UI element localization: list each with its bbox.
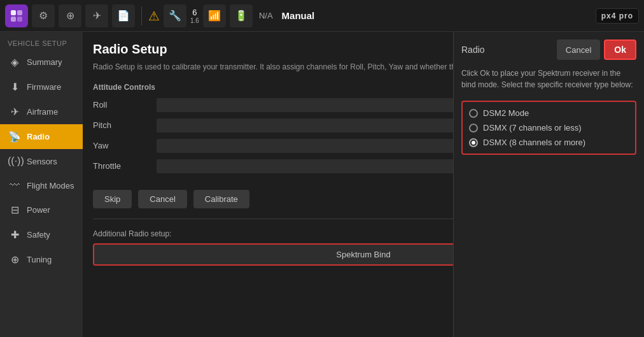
location-icon[interactable]: ⊕: [59, 4, 81, 27]
brand-logo: px4 pro: [596, 8, 639, 24]
calibrate-button[interactable]: Calibrate: [193, 190, 249, 208]
radio-panel-header: Radio Cancel Ok: [461, 39, 636, 60]
radio-ok-button[interactable]: Ok: [604, 39, 636, 60]
sidebar-item-airframe[interactable]: ✈ Airframe: [0, 99, 83, 124]
radio-circle-dsm2: [469, 109, 478, 118]
sidebar-label-firmware: Firmware: [27, 82, 61, 92]
counter-display: 6 1.6: [190, 8, 199, 24]
battery-status: N/A: [259, 11, 273, 20]
channel-label-pitch: Pitch: [93, 120, 157, 130]
radio-icon: 📡: [8, 131, 22, 143]
channel-label-yaw: Yaw: [93, 141, 157, 150]
radio-panel-buttons: Cancel Ok: [557, 39, 636, 60]
skip-button[interactable]: Skip: [93, 190, 132, 208]
tuning-icon: ⊕: [8, 254, 22, 266]
radio-option-dsmx7-label: DSMX (7 channels or less): [483, 123, 582, 133]
power-icon: ⊟: [8, 204, 22, 216]
sidebar-item-firmware[interactable]: ⬇ Firmware: [0, 75, 83, 99]
sidebar-label-power: Power: [27, 205, 50, 215]
sidebar: Vehicle Setup ◈ Summary ⬇ Firmware ✈ Air…: [0, 32, 83, 337]
svg-rect-3: [17, 17, 22, 22]
battery-icon[interactable]: 🔋: [230, 4, 253, 27]
svg-rect-2: [11, 17, 16, 22]
doc-icon[interactable]: 📄: [112, 4, 135, 27]
sidebar-label-tuning: Tuning: [27, 255, 52, 264]
content-area: Radio Setup Radio Setup is used to calib…: [83, 32, 644, 337]
sidebar-item-sensors[interactable]: ((·)) Sensors: [0, 149, 83, 173]
signal-icon[interactable]: 📶: [203, 4, 226, 27]
cancel-button[interactable]: Cancel: [138, 190, 186, 208]
radio-cancel-button[interactable]: Cancel: [557, 39, 600, 60]
radio-circle-dsmx8: [469, 138, 478, 147]
sidebar-item-radio[interactable]: 📡 Radio: [0, 124, 83, 149]
warning-icon[interactable]: ⚠: [148, 8, 160, 24]
svg-rect-0: [11, 10, 16, 15]
topbar: ⚙ ⊕ ✈ 📄 ⚠ 🔧 6 1.6 📶 🔋 N/A Manual px4 pro: [0, 0, 644, 32]
main-layout: Vehicle Setup ◈ Summary ⬇ Firmware ✈ Air…: [0, 32, 644, 337]
flight-modes-icon: 〰: [8, 180, 22, 191]
radio-option-dsm2[interactable]: DSM2 Mode: [469, 108, 629, 118]
app-icon[interactable]: [5, 4, 28, 27]
summary-icon: ◈: [8, 56, 22, 68]
channel-label-throttle: Throttle: [93, 161, 157, 171]
settings-icon[interactable]: ⚙: [32, 4, 55, 27]
sidebar-item-safety[interactable]: ✚ Safety: [0, 222, 83, 247]
sidebar-label-summary: Summary: [27, 57, 62, 67]
sidebar-label-sensors: Sensors: [27, 157, 57, 166]
sidebar-item-flight-modes[interactable]: 〰 Flight Modes: [0, 173, 83, 197]
sidebar-label-airframe: Airframe: [27, 107, 58, 117]
radio-circle-dsmx7: [469, 124, 478, 133]
radio-panel: Radio Cancel Ok Click Ok to place your S…: [453, 32, 644, 337]
radio-option-dsm2-label: DSM2 Mode: [483, 108, 529, 118]
channel-label-roll: Roll: [93, 100, 157, 110]
radio-option-dsmx7[interactable]: DSMX (7 channels or less): [469, 123, 629, 133]
divider: [141, 6, 142, 25]
safety-icon: ✚: [8, 229, 22, 241]
sidebar-item-tuning[interactable]: ⊕ Tuning: [0, 247, 83, 272]
radio-option-dsmx8-label: DSMX (8 channels or more): [483, 138, 585, 147]
sidebar-label-radio: Radio: [27, 132, 50, 141]
radio-options-group: DSM2 Mode DSMX (7 channels or less) DSMX…: [461, 101, 636, 155]
flight-mode: Manual: [282, 10, 315, 21]
sidebar-item-summary[interactable]: ◈ Summary: [0, 50, 83, 75]
send-icon[interactable]: ✈: [85, 4, 108, 27]
svg-rect-1: [17, 10, 22, 15]
radio-option-dsmx8[interactable]: DSMX (8 channels or more): [469, 138, 629, 147]
sidebar-label-safety: Safety: [27, 230, 50, 240]
radio-panel-description: Click Ok to place your Spektrum receiver…: [461, 68, 636, 90]
sidebar-header: Vehicle Setup: [0, 34, 83, 50]
sensors-icon: ((·)): [8, 155, 22, 167]
sidebar-label-flight-modes: Flight Modes: [27, 181, 74, 190]
radio-panel-title: Radio: [461, 45, 485, 55]
firmware-icon: ⬇: [8, 81, 22, 93]
airframe-icon: ✈: [8, 106, 22, 118]
sidebar-item-power[interactable]: ⊟ Power: [0, 197, 83, 222]
wrench-icon[interactable]: 🔧: [164, 4, 186, 27]
